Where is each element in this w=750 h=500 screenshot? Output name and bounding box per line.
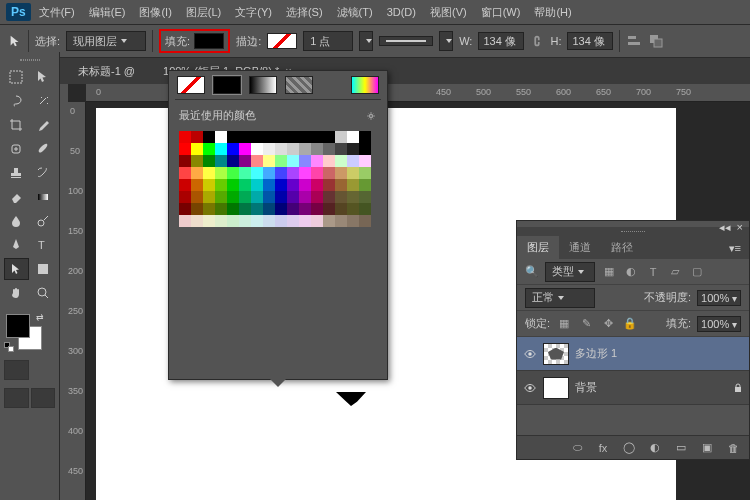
menu-file[interactable]: 文件(F)	[33, 2, 81, 23]
visibility-icon[interactable]	[523, 347, 537, 361]
polygon-shape[interactable]	[336, 392, 366, 406]
magic-wand-tool[interactable]	[31, 90, 56, 112]
swatch[interactable]	[227, 179, 239, 191]
swatch[interactable]	[239, 179, 251, 191]
layer-style-icon[interactable]: fx	[595, 440, 611, 456]
swatch[interactable]	[251, 215, 263, 227]
gradient-tool[interactable]	[31, 186, 56, 208]
link-layers-icon[interactable]: ⬭	[569, 440, 585, 456]
swatch[interactable]	[359, 203, 371, 215]
swatch[interactable]	[347, 215, 359, 227]
swatch[interactable]	[323, 179, 335, 191]
swatch[interactable]	[179, 191, 191, 203]
screen-mode-button[interactable]	[4, 388, 29, 408]
group-icon[interactable]: ▭	[673, 440, 689, 456]
swatch[interactable]	[335, 203, 347, 215]
swatch[interactable]	[311, 143, 323, 155]
swatch[interactable]	[299, 203, 311, 215]
lock-all-icon[interactable]: 🔒	[622, 316, 638, 332]
swatch[interactable]	[215, 143, 227, 155]
pen-tool[interactable]	[4, 234, 29, 256]
blur-tool[interactable]	[4, 210, 29, 232]
swatch[interactable]	[335, 215, 347, 227]
zoom-tool[interactable]	[31, 282, 56, 304]
swatch[interactable]	[335, 155, 347, 167]
swatch[interactable]	[203, 215, 215, 227]
align-icon[interactable]	[626, 33, 642, 49]
swatch[interactable]	[323, 203, 335, 215]
swatch[interactable]	[179, 215, 191, 227]
gradient-fill-button[interactable]	[249, 76, 277, 94]
swatch[interactable]	[347, 131, 359, 143]
swatch[interactable]	[239, 215, 251, 227]
swatch[interactable]	[215, 215, 227, 227]
swatch[interactable]	[179, 179, 191, 191]
swatch[interactable]	[359, 191, 371, 203]
swatch[interactable]	[251, 155, 263, 167]
swatch[interactable]	[299, 215, 311, 227]
swatch[interactable]	[275, 191, 287, 203]
menu-view[interactable]: 视图(V)	[424, 2, 473, 23]
filter-adjust-icon[interactable]: ◐	[623, 264, 639, 280]
swatch[interactable]	[275, 155, 287, 167]
swatch[interactable]	[263, 143, 275, 155]
move-tool[interactable]	[31, 66, 56, 88]
swatch[interactable]	[347, 203, 359, 215]
swatch[interactable]	[179, 155, 191, 167]
swatch[interactable]	[263, 203, 275, 215]
blend-mode-dropdown[interactable]: 正常	[525, 288, 595, 308]
swatch[interactable]	[203, 191, 215, 203]
swatch[interactable]	[263, 191, 275, 203]
solid-fill-button[interactable]	[213, 76, 241, 94]
swatch[interactable]	[203, 203, 215, 215]
adjustment-layer-icon[interactable]: ◐	[647, 440, 663, 456]
filter-pixel-icon[interactable]: ▦	[601, 264, 617, 280]
menu-select[interactable]: 选择(S)	[280, 2, 329, 23]
swatch[interactable]	[203, 143, 215, 155]
swatch[interactable]	[275, 215, 287, 227]
swatch[interactable]	[203, 131, 215, 143]
swatch[interactable]	[275, 203, 287, 215]
swatch[interactable]	[335, 179, 347, 191]
stamp-tool[interactable]	[4, 162, 29, 184]
swatch[interactable]	[251, 179, 263, 191]
swatch[interactable]	[239, 191, 251, 203]
swatch[interactable]	[287, 155, 299, 167]
brush-tool[interactable]	[31, 138, 56, 160]
fill-swatch[interactable]	[194, 33, 224, 49]
layer-row[interactable]: 多边形 1	[517, 337, 749, 371]
swatch[interactable]	[215, 167, 227, 179]
filter-smart-icon[interactable]: ▢	[689, 264, 705, 280]
select-layer-dropdown[interactable]: 现用图层	[66, 31, 146, 51]
swatch[interactable]	[347, 155, 359, 167]
swatch[interactable]	[299, 167, 311, 179]
stroke-width-dropdown[interactable]	[359, 31, 373, 51]
swatch[interactable]	[191, 179, 203, 191]
stroke-width-field[interactable]: 1 点	[303, 31, 353, 51]
swatch[interactable]	[311, 155, 323, 167]
foreground-color[interactable]	[6, 314, 30, 338]
swatch[interactable]	[275, 131, 287, 143]
hand-tool[interactable]	[4, 282, 29, 304]
height-field[interactable]: 134 像	[567, 32, 613, 50]
swatch[interactable]	[323, 215, 335, 227]
swatch[interactable]	[179, 203, 191, 215]
swatch[interactable]	[203, 167, 215, 179]
swatch[interactable]	[227, 143, 239, 155]
swatch[interactable]	[323, 143, 335, 155]
menu-3d[interactable]: 3D(D)	[381, 3, 422, 21]
swatch[interactable]	[251, 191, 263, 203]
swatch[interactable]	[239, 131, 251, 143]
swatch[interactable]	[359, 167, 371, 179]
collapse-icon[interactable]: ◂◂	[719, 221, 731, 227]
swatch[interactable]	[323, 131, 335, 143]
swatch[interactable]	[215, 155, 227, 167]
layer-name[interactable]: 多边形 1	[575, 346, 617, 361]
swatch[interactable]	[359, 155, 371, 167]
history-brush-tool[interactable]	[31, 162, 56, 184]
swatch[interactable]	[263, 155, 275, 167]
swatch[interactable]	[287, 191, 299, 203]
swap-colors-icon[interactable]: ⇄	[36, 312, 44, 322]
default-colors-icon[interactable]	[4, 342, 14, 352]
swatch[interactable]	[227, 203, 239, 215]
